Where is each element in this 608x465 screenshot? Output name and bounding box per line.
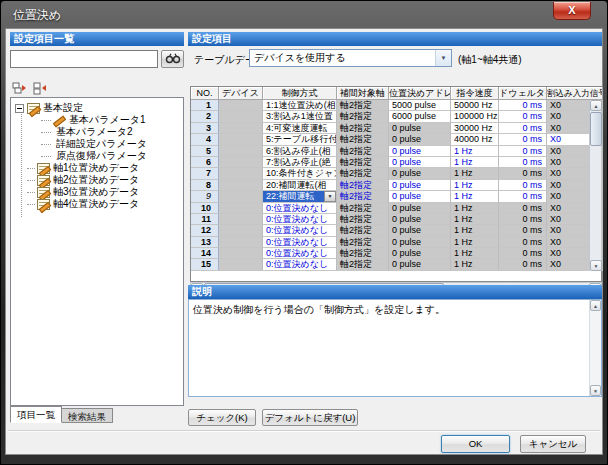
tab-item-list[interactable]: 項目一覧 <box>10 406 62 423</box>
cell-dwell[interactable]: 0 ms <box>499 168 547 179</box>
column-header[interactable]: 割込み入力信号2 <box>547 87 603 100</box>
cell-no[interactable]: 5 <box>191 146 219 157</box>
cell-addr[interactable]: 0 pulse <box>389 225 451 236</box>
chevron-down-icon[interactable]: ▼ <box>435 50 451 66</box>
cell-addr[interactable]: 0 pulse <box>389 146 451 157</box>
cell-control-method[interactable]: 20:補間運転(相 <box>263 180 337 191</box>
cell-axis[interactable]: 軸2指定 <box>337 168 389 179</box>
cell-device[interactable] <box>219 123 263 134</box>
cell-speed[interactable]: 40000 Hz <box>451 134 499 145</box>
cell-no[interactable]: 9 <box>191 191 219 202</box>
tree-collapse-icon[interactable] <box>15 104 24 113</box>
cell-speed[interactable]: 30000 Hz <box>451 123 499 134</box>
cell-no[interactable]: 12 <box>191 225 219 236</box>
desc-scroll-down-icon[interactable]: ▼ <box>590 385 601 396</box>
cell-addr[interactable]: 0 pulse <box>389 237 451 248</box>
cell-dwell[interactable]: 0 ms <box>499 225 547 236</box>
cell-device[interactable] <box>219 134 263 145</box>
cell-device[interactable] <box>219 168 263 179</box>
cell-addr[interactable]: 0 pulse <box>389 203 451 214</box>
cell-no[interactable]: 14 <box>191 248 219 259</box>
scroll-up-icon[interactable]: ▲ <box>590 100 602 111</box>
ok-button[interactable]: OK <box>441 435 510 453</box>
cell-dwell[interactable]: 0 ms <box>499 214 547 225</box>
cell-control-method[interactable]: 0:位置決めなし <box>263 203 337 214</box>
cell-no[interactable]: 4 <box>191 134 219 145</box>
cell-dwell[interactable]: 0 ms <box>499 248 547 259</box>
cell-control-method[interactable]: 0:位置決めなし <box>263 259 337 270</box>
cell-no[interactable]: 3 <box>191 123 219 134</box>
tree-item[interactable]: 軸4位置決めデータ <box>27 198 183 210</box>
cell-addr[interactable]: 0 pulse <box>389 180 451 191</box>
cell-device[interactable] <box>219 157 263 168</box>
cell-dwell[interactable]: 0 ms <box>499 123 547 134</box>
cell-speed[interactable]: 1 Hz <box>451 203 499 214</box>
cell-speed[interactable]: 1 Hz <box>451 225 499 236</box>
column-header[interactable]: ドウェルタイム <box>499 87 547 100</box>
cell-addr[interactable]: 0 pulse <box>389 191 451 202</box>
cell-addr[interactable]: 0 pulse <box>389 214 451 225</box>
cell-addr[interactable]: 0 pulse <box>389 157 451 168</box>
cell-speed[interactable]: 50000 Hz <box>451 100 499 111</box>
cell-control-method[interactable]: 4:可変速度運転 <box>263 123 337 134</box>
vertical-scroll-thumb[interactable] <box>590 112 602 146</box>
cell-control-method[interactable]: 6:割込み停止(相 <box>263 146 337 157</box>
cell-axis[interactable]: 軸2指定 <box>337 157 389 168</box>
column-header[interactable]: 指令速度 <box>451 87 499 100</box>
cell-device[interactable] <box>219 237 263 248</box>
cell-control-method[interactable]: 22:補間運転▼ <box>263 191 337 202</box>
cell-control-method[interactable]: 0:位置決めなし <box>263 214 337 225</box>
cell-dwell[interactable]: 0 ms <box>499 100 547 111</box>
cell-axis[interactable]: 軸2指定 <box>337 100 389 111</box>
cell-axis[interactable]: 軸2指定 <box>337 191 389 202</box>
cell-no[interactable]: 7 <box>191 168 219 179</box>
cell-dwell[interactable]: 0 ms <box>499 157 547 168</box>
cell-device[interactable] <box>219 214 263 225</box>
cell-no[interactable]: 11 <box>191 214 219 225</box>
cell-control-method[interactable]: 0:位置決めなし <box>263 248 337 259</box>
cell-no[interactable]: 10 <box>191 203 219 214</box>
table-data-combobox[interactable]: デバイスを使用する ▼ <box>249 49 452 67</box>
cell-dwell[interactable]: 0 ms <box>499 146 547 157</box>
cell-axis[interactable]: 軸2指定 <box>337 237 389 248</box>
cell-control-method[interactable]: 0:位置決めなし <box>263 225 337 236</box>
cell-no[interactable]: 6 <box>191 157 219 168</box>
cell-control-method[interactable]: 5:テーブル移行付 <box>263 134 337 145</box>
collapse-all-icon[interactable] <box>32 81 49 95</box>
column-header[interactable]: デバイス <box>219 87 263 100</box>
combobox-dropdown-icon[interactable]: ▼ <box>324 191 336 201</box>
cell-addr[interactable]: 0 pulse <box>389 134 451 145</box>
cell-addr[interactable]: 5000 pulse <box>389 100 451 111</box>
close-button[interactable]: X <box>553 2 591 20</box>
cell-dwell[interactable]: 0 ms <box>499 180 547 191</box>
column-header[interactable]: NO. <box>191 87 219 100</box>
cell-device[interactable] <box>219 203 263 214</box>
check-button[interactable]: チェック(K) <box>188 409 256 426</box>
cell-device[interactable] <box>219 146 263 157</box>
column-header[interactable]: 位置決めアドレス <box>389 87 451 100</box>
cell-no[interactable]: 13 <box>191 237 219 248</box>
cell-speed[interactable]: 1 Hz <box>451 248 499 259</box>
cell-control-method[interactable]: 10:条件付きジャン <box>263 168 337 179</box>
cell-axis[interactable]: 軸2指定 <box>337 248 389 259</box>
cell-control-method[interactable]: 0:位置決めなし <box>263 237 337 248</box>
cell-device[interactable] <box>219 180 263 191</box>
cancel-button[interactable]: キャンセル <box>520 435 586 453</box>
cell-device[interactable] <box>219 100 263 111</box>
cell-addr[interactable]: 0 pulse <box>389 168 451 179</box>
cell-control-method[interactable]: 3:割込み1速位置 <box>263 111 337 122</box>
search-input[interactable] <box>10 50 158 68</box>
cell-axis[interactable]: 軸2指定 <box>337 123 389 134</box>
cell-axis[interactable]: 軸2指定 <box>337 111 389 122</box>
cell-device[interactable] <box>219 259 263 270</box>
cell-addr[interactable]: 6000 pulse <box>389 111 451 122</box>
cell-addr[interactable]: 0 pulse <box>389 123 451 134</box>
cell-speed[interactable]: 1 Hz <box>451 146 499 157</box>
cell-device[interactable] <box>219 111 263 122</box>
cell-axis[interactable]: 軸2指定 <box>337 134 389 145</box>
cell-speed[interactable]: 1 Hz <box>451 191 499 202</box>
search-button[interactable] <box>161 50 184 68</box>
cell-axis[interactable]: 軸2指定 <box>337 214 389 225</box>
cell-dwell[interactable]: 0 ms <box>499 259 547 270</box>
restore-default-button[interactable]: デフォルトに戻す(U) <box>262 409 358 426</box>
